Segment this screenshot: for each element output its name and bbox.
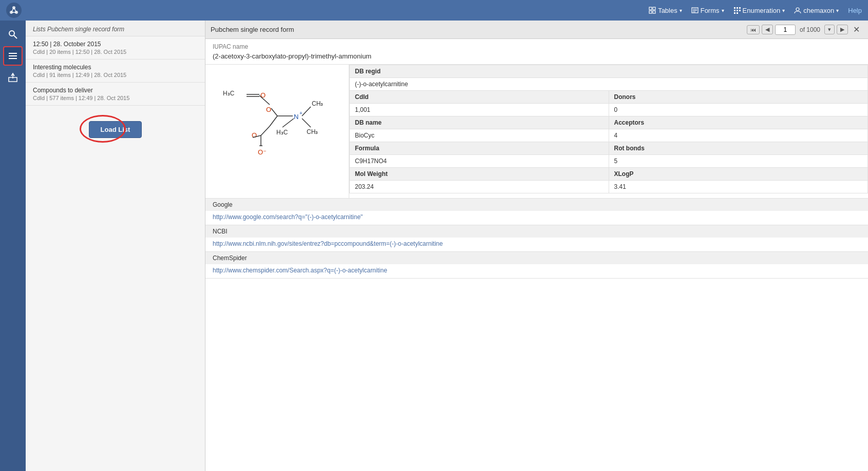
table-row: BioCyc 4 <box>350 129 868 142</box>
svg-text:+: + <box>299 110 303 116</box>
load-list-area: Load List <box>26 111 205 148</box>
svg-rect-20 <box>734 12 735 14</box>
svg-text:CH₃: CH₃ <box>312 100 323 107</box>
svg-text:O⁻: O⁻ <box>258 148 267 156</box>
forms-icon <box>691 7 699 14</box>
main-content: Pubchem single record form ⏮ ◀ of 1000 ▾… <box>205 21 868 471</box>
page-number-input[interactable] <box>775 25 796 35</box>
nav-right: Tables ▾ Forms ▾ Enu <box>649 7 862 14</box>
cdid-label: CdId <box>350 91 609 104</box>
record-navigation-bar: Pubchem single record form ⏮ ◀ of 1000 ▾… <box>205 21 868 39</box>
ncbi-section-body: http://www.ncbi.nlm.nih.gov/sites/entrez… <box>205 238 868 251</box>
prev-record-button[interactable]: ◀ <box>762 25 773 34</box>
svg-rect-9 <box>653 11 655 13</box>
list-item[interactable]: Compounds to deliver CdId | 577 items | … <box>26 83 205 106</box>
enumeration-icon <box>733 7 741 14</box>
forms-dropdown-arrow: ▾ <box>722 8 724 13</box>
user-menu[interactable]: chemaxon ▾ <box>794 7 839 14</box>
ncbi-section-header: NCBI <box>205 225 868 238</box>
iupac-section: IUPAC name (2-acetoxy-3-carboxylato-prop… <box>205 39 868 65</box>
rotbonds-value: 5 <box>609 155 868 168</box>
enumeration-menu[interactable]: Enumeration ▾ <box>733 7 785 14</box>
first-record-button[interactable]: ⏮ <box>747 25 760 34</box>
forms-menu[interactable]: Forms ▾ <box>691 7 724 14</box>
svg-rect-25 <box>9 53 17 54</box>
molecule-viewer: H₃C O O N <box>205 65 349 198</box>
svg-rect-8 <box>649 11 652 13</box>
xlogp-label: XLogP <box>609 168 868 181</box>
list-item-title: Compounds to deliver <box>33 87 198 94</box>
export-icon <box>8 72 18 83</box>
props-data-table: DB regid (-)-o-acetylcarnitine CdId Dono… <box>349 65 868 193</box>
svg-line-44 <box>282 119 294 127</box>
ncbi-link[interactable]: http://www.ncbi.nlm.nih.gov/sites/entrez… <box>213 240 443 247</box>
chemspider-link-section: ChemSpider http://www.chemspider.com/Sea… <box>205 252 868 279</box>
molweight-label: Mol Weight <box>350 168 609 181</box>
svg-line-46 <box>270 116 277 126</box>
next-record-button[interactable]: ▶ <box>837 25 848 34</box>
svg-rect-14 <box>734 7 735 9</box>
record-body: IUPAC name (2-acetoxy-3-carboxylato-prop… <box>205 39 868 471</box>
svg-line-42 <box>302 119 311 127</box>
list-item-title: Interesting molecules <box>33 64 198 71</box>
table-row: 1,001 0 <box>350 104 868 116</box>
table-row: CdId Donors <box>350 91 868 104</box>
list-item[interactable]: Interesting molecules CdId | 91 items | … <box>26 60 205 83</box>
table-row: C9H17NO4 5 <box>350 155 868 168</box>
load-list-button[interactable]: Load List <box>89 121 142 138</box>
sidebar-export-btn[interactable] <box>3 68 23 87</box>
properties-table: DB regid (-)-o-acetylcarnitine CdId Dono… <box>349 65 868 198</box>
formula-label: Formula <box>350 142 609 155</box>
acceptors-label: Acceptors <box>609 116 868 129</box>
table-row: 203.24 3.41 <box>350 181 868 193</box>
svg-rect-21 <box>737 12 738 14</box>
tables-menu[interactable]: Tables ▾ <box>649 7 682 14</box>
page-dropdown-button[interactable]: ▾ <box>824 25 835 34</box>
molecule-properties-row: H₃C O O N <box>205 65 868 199</box>
chemspider-link[interactable]: http://www.chemspider.com/Search.aspx?q=… <box>213 267 387 274</box>
app-logo[interactable] <box>6 3 22 18</box>
dbname-label: DB name <box>350 116 609 129</box>
google-link-section: Google http://www.google.com/search?q="(… <box>205 199 868 225</box>
svg-rect-27 <box>9 58 17 59</box>
svg-rect-26 <box>9 55 17 56</box>
sidebar-lists-btn[interactable] <box>3 46 23 66</box>
search-icon <box>8 29 18 40</box>
molweight-value: 203.24 <box>350 181 609 193</box>
list-item-title: 12:50 | 28. October 2015 <box>33 41 198 48</box>
google-section-header: Google <box>205 199 868 211</box>
list-item-meta: CdId | 20 items | 12:50 | 28. Oct 2015 <box>33 49 198 55</box>
list-item-meta: CdId | 91 items | 12:49 | 28. Oct 2015 <box>33 72 198 78</box>
close-record-button[interactable]: ✕ <box>850 24 863 35</box>
dbregid-label: DB regid <box>350 65 868 78</box>
page-total: of 1000 <box>800 26 820 33</box>
load-list-wrapper: Load List <box>89 121 142 138</box>
svg-rect-19 <box>739 10 741 11</box>
user-dropdown-arrow: ▾ <box>836 8 839 13</box>
nav-left <box>6 3 22 18</box>
lists-header: Lists Pubchem single record form <box>26 21 205 36</box>
svg-rect-7 <box>653 7 655 10</box>
sidebar-search-btn[interactable] <box>3 25 23 44</box>
help-link[interactable]: Help <box>848 7 862 14</box>
lists-icon <box>8 51 18 61</box>
table-row: (-)-o-acetylcarnitine <box>350 78 868 91</box>
svg-rect-15 <box>737 7 738 9</box>
rotbonds-label: Rot bonds <box>609 142 868 155</box>
ncbi-label: NCBI <box>213 228 228 235</box>
table-row: Mol Weight XLogP <box>350 168 868 181</box>
enumeration-dropdown-arrow: ▾ <box>782 8 785 13</box>
main-layout: Lists Pubchem single record form 12:50 |… <box>0 21 868 471</box>
google-link[interactable]: http://www.google.com/search?q="(-)-o-ac… <box>213 213 363 221</box>
svg-rect-6 <box>649 7 652 10</box>
top-navigation: Tables ▾ Forms ▾ Enu <box>0 0 868 21</box>
donors-label: Donors <box>609 91 868 104</box>
svg-rect-18 <box>737 10 738 11</box>
svg-rect-16 <box>739 7 741 9</box>
list-item[interactable]: 12:50 | 28. October 2015 CdId | 20 items… <box>26 36 205 60</box>
table-row: Formula Rot bonds <box>350 142 868 155</box>
svg-text:O: O <box>260 91 266 99</box>
chemspider-section-body: http://www.chemspider.com/Search.aspx?q=… <box>205 264 868 278</box>
google-section-body: http://www.google.com/search?q="(-)-o-ac… <box>205 211 868 225</box>
table-row: DB regid <box>350 65 868 78</box>
